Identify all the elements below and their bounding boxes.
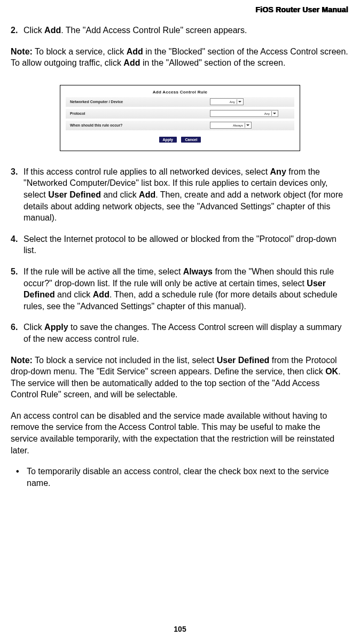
screenshot-body: Networked Computer / Device Any Protocol… [66,97,294,130]
screenshot-label: When should this rule occur? [70,123,210,127]
chevron-down-icon [271,111,277,116]
note-1: Note: To block a service, click Add in t… [11,46,349,69]
screenshot-buttons: Apply Cancel [66,133,294,143]
step-number: 3. [11,166,24,224]
step-4: 4. Select the Internet protocol to be al… [11,233,349,256]
step-number: 2. [11,25,24,36]
screenshot-row-protocol: Protocol Any [66,109,294,119]
step-text: Click Apply to save the changes. The Acc… [24,321,349,344]
embedded-screenshot: Add Access Control Rule Networked Comput… [60,85,300,151]
bullet-list: • To temporarily disable an access contr… [11,466,349,489]
cancel-button[interactable]: Cancel [181,137,201,143]
chevron-down-icon [237,99,242,104]
document-header: FiOS Router User Manual [0,0,360,25]
header-title: FiOS Router User Manual [256,5,348,14]
page-content: 2. Click Add. The "Add Access Control Ru… [0,25,360,489]
step-6: 6. Click Apply to save the changes. The … [11,321,349,344]
protocol-select[interactable]: Any [210,110,278,117]
step-number: 5. [11,266,24,312]
screenshot-row-device: Networked Computer / Device Any [66,97,294,107]
bullet-dot: • [16,466,27,489]
step-2: 2. Click Add. The "Add Access Control Ru… [11,25,349,36]
step-number: 4. [11,233,24,256]
screenshot-control: Always [210,122,290,129]
paragraph-disable-info: An access control can be disabled and th… [11,410,349,456]
step-text: Click Add. The "Add Access Control Rule"… [24,25,349,36]
screenshot-row-when: When should this rule occur? Always [66,121,294,130]
step-text: If this access control rule applies to a… [24,166,349,224]
step-list-continued: 3. If this access control rule applies t… [11,166,349,345]
screenshot-control: Any [210,110,290,117]
note-2: Note: To block a service not included in… [11,355,349,400]
device-select[interactable]: Any [210,98,244,105]
step-text: If the rule will be active all the time,… [24,266,349,312]
page-number: 105 [0,625,360,633]
when-select[interactable]: Always [210,122,252,129]
step-3: 3. If this access control rule applies t… [11,166,349,224]
bullet-text: To temporarily disable an access control… [27,466,349,489]
step-5: 5. If the rule will be active all the ti… [11,266,349,312]
screenshot-title: Add Access Control Rule [66,90,294,95]
screenshot-label: Protocol [70,112,210,115]
chevron-down-icon [245,123,250,128]
screenshot-label: Networked Computer / Device [70,100,210,104]
screenshot-control: Any [210,98,290,105]
step-number: 6. [11,321,24,344]
step-list: 2. Click Add. The "Add Access Control Ru… [11,25,349,36]
apply-button[interactable]: Apply [159,137,177,143]
step-text: Select the Internet protocol to be allow… [24,233,349,256]
bullet-item: • To temporarily disable an access contr… [11,466,349,489]
